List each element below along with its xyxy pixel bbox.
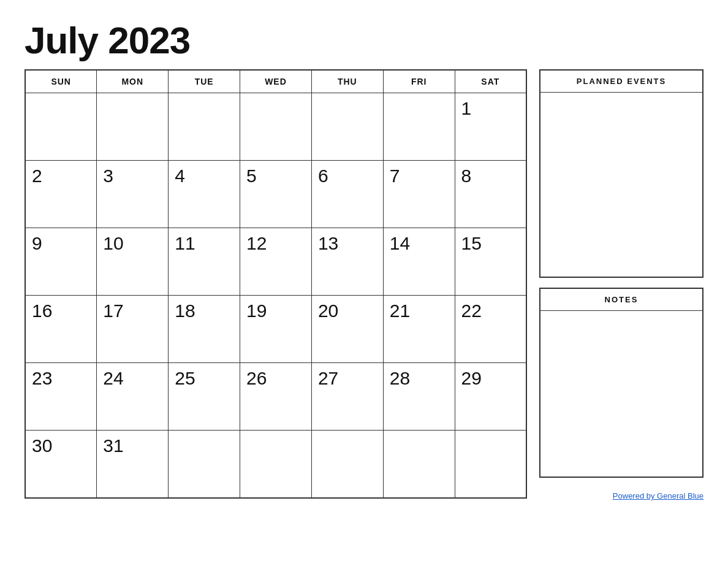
day-number: 11 [175,233,195,253]
day-header-wed: WED [240,70,312,93]
calendar-day[interactable] [455,431,526,498]
day-header-fri: FRI [383,70,455,93]
calendar-day[interactable] [311,431,383,498]
day-number: 8 [461,166,472,186]
sidebar-section: PLANNED EVENTS NOTES Powered by General … [539,69,703,500]
calendar-day[interactable]: 21 [383,296,455,363]
calendar-day[interactable]: 25 [169,363,240,431]
day-number: 3 [103,166,113,186]
page-title: July 2023 [25,18,703,62]
calendar-day[interactable]: 20 [311,296,383,363]
calendar-day[interactable]: 31 [97,431,169,498]
day-number: 23 [32,368,52,388]
calendar-day[interactable] [97,93,169,161]
day-number: 20 [318,301,338,321]
day-number: 22 [461,301,482,321]
day-number: 26 [246,368,267,388]
calendar-day[interactable]: 8 [455,161,526,228]
calendar-day[interactable]: 28 [383,363,455,431]
calendar-week-5: 3031 [25,431,526,498]
day-number: 7 [390,166,400,186]
calendar-day[interactable]: 9 [25,228,97,296]
day-number: 15 [461,233,482,253]
day-number: 16 [32,301,52,321]
calendar-day[interactable] [383,431,455,498]
day-header-tue: TUE [169,70,240,93]
calendar-week-3: 16171819202122 [25,296,526,363]
calendar-day[interactable]: 22 [455,296,526,363]
calendar-day[interactable] [169,93,240,161]
day-number: 4 [175,166,185,186]
day-header-thu: THU [311,70,383,93]
day-number: 19 [246,301,267,321]
powered-by: Powered by General Blue [539,491,703,500]
day-number: 18 [175,301,195,321]
calendar-day[interactable]: 29 [455,363,526,431]
notes-box: NOTES [539,288,703,478]
calendar-week-1: 2345678 [25,161,526,228]
calendar-day[interactable]: 17 [97,296,169,363]
calendar-day[interactable]: 7 [383,161,455,228]
calendar-day[interactable]: 11 [169,228,240,296]
day-number: 21 [390,301,410,321]
planned-events-box: PLANNED EVENTS [539,69,703,278]
calendar-day[interactable]: 14 [383,228,455,296]
day-number: 17 [103,301,123,321]
day-number: 30 [32,435,52,456]
day-number: 12 [246,233,267,253]
day-number: 29 [461,368,482,388]
calendar-week-0: 1 [25,93,526,161]
day-number: 9 [32,233,42,253]
day-number: 25 [175,368,195,388]
calendar-day[interactable]: 19 [240,296,312,363]
day-number: 13 [318,233,338,253]
day-number: 2 [32,166,42,186]
notes-content[interactable] [540,311,702,477]
day-number: 27 [318,368,338,388]
main-layout: SUNMONTUEWEDTHUFRISAT 123456789101112131… [25,69,703,500]
calendar-day[interactable] [311,93,383,161]
day-number: 31 [103,435,123,456]
day-number: 5 [246,166,257,186]
calendar-day[interactable]: 4 [169,161,240,228]
calendar-day[interactable] [383,93,455,161]
calendar-day[interactable]: 16 [25,296,97,363]
day-header-mon: MON [97,70,169,93]
calendar-day[interactable]: 30 [25,431,97,498]
calendar-day[interactable]: 10 [97,228,169,296]
calendar-day[interactable] [240,431,312,498]
calendar-day[interactable]: 5 [240,161,312,228]
calendar-day[interactable]: 1 [455,93,526,161]
calendar-day[interactable]: 24 [97,363,169,431]
calendar-day[interactable]: 3 [97,161,169,228]
calendar-table: SUNMONTUEWEDTHUFRISAT 123456789101112131… [25,69,527,499]
day-header-sat: SAT [455,70,526,93]
calendar-day[interactable]: 2 [25,161,97,228]
day-number: 24 [103,368,123,388]
calendar-day[interactable]: 13 [311,228,383,296]
planned-events-header: PLANNED EVENTS [540,71,702,93]
notes-header: NOTES [540,289,702,311]
calendar-week-2: 9101112131415 [25,228,526,296]
day-number: 1 [461,98,472,118]
day-number: 14 [390,233,410,253]
powered-by-link[interactable]: Powered by General Blue [613,491,703,500]
calendar-day[interactable]: 18 [169,296,240,363]
calendar-day[interactable] [169,431,240,498]
planned-events-content[interactable] [540,93,702,277]
day-header-sun: SUN [25,70,97,93]
calendar-section: SUNMONTUEWEDTHUFRISAT 123456789101112131… [25,69,527,499]
calendar-day[interactable]: 26 [240,363,312,431]
calendar-week-4: 23242526272829 [25,363,526,431]
calendar-day[interactable] [240,93,312,161]
calendar-day[interactable] [25,93,97,161]
calendar-day[interactable]: 12 [240,228,312,296]
day-number: 28 [390,368,410,388]
calendar-day[interactable]: 23 [25,363,97,431]
day-number: 10 [103,233,123,253]
calendar-day[interactable]: 6 [311,161,383,228]
day-number: 6 [318,166,328,186]
calendar-day[interactable]: 27 [311,363,383,431]
calendar-day[interactable]: 15 [455,228,526,296]
